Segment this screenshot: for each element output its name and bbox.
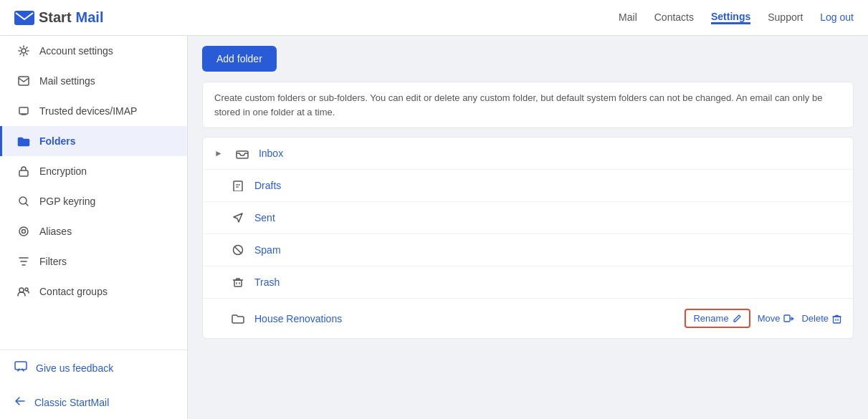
table-row: Drafts	[203, 170, 853, 202]
sidebar-label-trusted: Trusted devices/IMAP	[39, 105, 137, 117]
pgp-icon	[16, 196, 31, 207]
svg-rect-0	[14, 11, 34, 25]
sidebar-item-mail-settings[interactable]: Mail settings	[0, 66, 187, 96]
svg-point-12	[25, 288, 28, 291]
lock-icon	[16, 165, 31, 177]
svg-rect-3	[19, 107, 28, 114]
sidebar-item-encryption[interactable]: Encryption	[0, 156, 187, 186]
sidebar: Account settings Mail settings Trusted d…	[0, 36, 188, 419]
sidebar-item-aliases[interactable]: Aliases	[0, 216, 187, 246]
gear-icon	[16, 45, 31, 57]
sidebar-label-folders: Folders	[39, 135, 76, 147]
svg-rect-24	[784, 315, 790, 322]
table-row: Spam	[203, 234, 853, 266]
sidebar-item-contact-groups[interactable]: Contact groups	[0, 276, 187, 307]
mail-icon	[16, 76, 31, 86]
edit-icon	[733, 314, 742, 323]
content-header: Add folder	[188, 36, 868, 82]
svg-point-6	[19, 227, 28, 236]
device-icon	[16, 105, 31, 117]
filter-icon	[16, 256, 31, 266]
nav-mail[interactable]: Mail	[619, 11, 637, 24]
sidebar-label-filters: Filters	[39, 256, 67, 267]
svg-line-19	[234, 246, 242, 254]
move-icon	[783, 314, 794, 323]
delete-label: Delete	[801, 313, 829, 324]
sidebar-item-pgp[interactable]: PGP keyring	[0, 186, 187, 216]
feedback-icon	[14, 361, 27, 375]
nav-links: Mail Contacts Settings Support Log out	[619, 11, 854, 24]
inbox-icon	[234, 148, 250, 159]
sidebar-feedback[interactable]: Give us feedback	[0, 350, 187, 385]
nav-support[interactable]: Support	[768, 11, 803, 24]
move-label: Move	[758, 313, 781, 324]
folders-table: ► Inbox Drafts Sent	[202, 137, 854, 339]
move-button[interactable]: Move	[758, 313, 795, 324]
classic-label: Classic StartMail	[34, 397, 109, 408]
svg-point-7	[22, 230, 26, 233]
svg-rect-15	[234, 181, 242, 191]
sidebar-label-pgp: PGP keyring	[39, 196, 95, 207]
rename-label: Rename	[693, 313, 728, 324]
sidebar-bottom: Give us feedback Classic StartMail	[0, 350, 187, 419]
trash-icon	[230, 276, 246, 288]
sidebar-item-account-settings[interactable]: Account settings	[0, 36, 187, 66]
sidebar-label-mail: Mail settings	[39, 75, 95, 87]
spam-icon	[230, 244, 246, 256]
description-box: Create custom folders or sub-folders. Yo…	[202, 82, 854, 128]
svg-rect-26	[834, 317, 841, 323]
sent-icon	[230, 212, 246, 223]
nav-settings[interactable]: Settings	[711, 11, 750, 24]
top-nav: StartMail Mail Contacts Settings Support…	[0, 0, 868, 36]
logo-icon	[14, 11, 34, 25]
logo-start: Start	[39, 9, 72, 26]
description-text: Create custom folders or sub-folders. Yo…	[214, 92, 822, 117]
logo: StartMail	[14, 9, 201, 26]
drafts-icon	[230, 180, 246, 191]
custom-folder-icon	[230, 313, 246, 324]
svg-point-1	[22, 49, 26, 53]
folder-name: Trash	[254, 276, 841, 288]
delete-icon	[832, 314, 841, 324]
folder-actions: Rename Move Delete	[685, 309, 841, 328]
svg-rect-13	[15, 362, 27, 370]
nav-logout[interactable]: Log out	[820, 11, 854, 24]
folder-name: Spam	[254, 244, 841, 256]
sidebar-item-trusted-devices[interactable]: Trusted devices/IMAP	[0, 96, 187, 126]
svg-rect-20	[234, 280, 242, 286]
sidebar-classic[interactable]: Classic StartMail	[0, 385, 187, 419]
sidebar-label-aliases: Aliases	[39, 226, 72, 237]
contacts-icon	[16, 286, 31, 297]
svg-rect-2	[19, 77, 29, 85]
feedback-label: Give us feedback	[36, 362, 113, 374]
expand-icon[interactable]: ►	[214, 148, 223, 158]
table-row: Trash	[203, 266, 853, 299]
rename-button[interactable]: Rename	[685, 309, 750, 328]
sidebar-item-filters[interactable]: Filters	[0, 246, 187, 276]
add-folder-button[interactable]: Add folder	[202, 46, 277, 72]
svg-rect-4	[19, 170, 28, 176]
alias-icon	[16, 226, 31, 237]
classic-icon	[14, 396, 26, 408]
folder-name: Sent	[254, 212, 841, 223]
delete-button[interactable]: Delete	[801, 313, 841, 324]
svg-point-11	[19, 288, 24, 292]
sidebar-item-folders[interactable]: Folders	[0, 126, 187, 156]
table-row: Sent	[203, 202, 853, 234]
sidebar-label-account: Account settings	[39, 45, 113, 57]
sidebar-label-contacts: Contact groups	[39, 286, 108, 297]
folder-active-icon	[16, 136, 31, 147]
table-row: House Renovations Rename Move Delete	[203, 299, 853, 338]
folder-name: House Renovations	[254, 313, 676, 324]
sidebar-label-encryption: Encryption	[39, 165, 87, 177]
main-layout: Account settings Mail settings Trusted d…	[0, 36, 868, 419]
folder-name: Inbox	[259, 148, 841, 159]
folder-name: Drafts	[254, 180, 841, 191]
content: Add folder Create custom folders or sub-…	[188, 36, 868, 419]
nav-contacts[interactable]: Contacts	[654, 11, 694, 24]
table-row: ► Inbox	[203, 138, 853, 170]
svg-rect-14	[237, 151, 248, 158]
logo-mail: Mail	[76, 9, 104, 26]
